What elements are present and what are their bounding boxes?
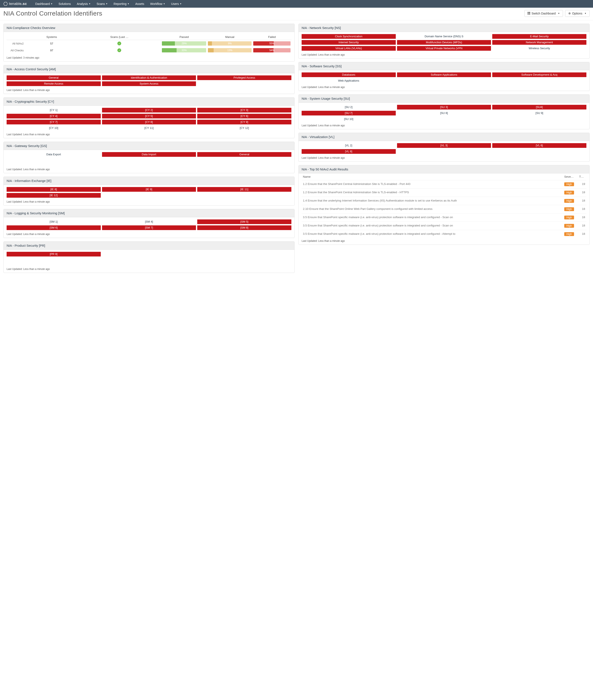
nav-workflow[interactable]: Workflow ▼ <box>147 0 168 8</box>
col-name[interactable]: Name <box>302 173 563 180</box>
pill[interactable]: Privileged Access <box>197 75 291 80</box>
audit-row[interactable]: 1.2 Ensure that the SharePoint Central A… <box>302 180 586 189</box>
pill[interactable]: [CY 5] <box>102 114 196 118</box>
nav-dashboard[interactable]: Dashboard ▼ <box>32 0 55 8</box>
audit-row[interactable]: 2.10 Ensure that the SharePoint Online W… <box>302 205 586 213</box>
pill[interactable]: [CY 10] <box>7 126 101 130</box>
pill[interactable]: [SU 8] <box>397 111 491 115</box>
pill[interactable]: [CY 3] <box>197 108 291 113</box>
pill[interactable]: [PR 9] <box>7 252 101 257</box>
pill[interactable]: [VL 2] <box>302 143 396 148</box>
pill[interactable]: Databases <box>302 72 396 77</box>
pill[interactable]: [CY 7] <box>7 120 101 124</box>
pill[interactable]: [CY 4] <box>7 114 101 118</box>
col-tot[interactable]: T… <box>578 173 586 180</box>
nav-reporting[interactable]: Reporting ▼ <box>111 0 132 8</box>
pill[interactable]: [CY 12] <box>197 126 291 130</box>
pill[interactable]: Remote Access <box>7 81 101 86</box>
pill[interactable]: Data Export <box>7 152 101 157</box>
caret-down-icon: ▼ <box>585 12 586 14</box>
pill[interactable]: [SM 7] <box>102 225 196 230</box>
pill[interactable]: [SM 6] <box>7 225 101 230</box>
severity-badge: High <box>564 216 574 220</box>
pill[interactable]: [SU 9] <box>492 111 586 115</box>
audit-row[interactable]: 1.4 Ensure that the underlying Internet … <box>302 197 586 205</box>
pill[interactable]: [SU4] <box>492 105 586 110</box>
column-right: NIA - Network Security [NS]Clock Synchro… <box>299 24 590 245</box>
pill[interactable]: Virtual Private Networks (VPN <box>397 46 491 51</box>
panel: NIA - Access Control Security [AM]Genera… <box>3 65 294 94</box>
panel-title: NIA - Access Control Security [AM] <box>4 65 294 73</box>
panel-title: NIA - System Usage Security [SU] <box>299 94 589 103</box>
audit-row[interactable]: 3.5 Ensure that SharePoint specific malw… <box>302 222 586 230</box>
pill[interactable]: E-Mail Security <box>492 34 586 39</box>
pill[interactable]: [SM 5] <box>197 220 291 224</box>
switch-dashboard-button[interactable]: Switch Dashboard ▼ <box>524 10 563 17</box>
nav-solutions[interactable]: Solutions <box>55 0 74 8</box>
pill[interactable]: Virtual LANs (VLANs) <box>302 46 396 51</box>
pill[interactable]: [CY 1] <box>7 108 101 113</box>
pill[interactable]: [SU 7] <box>302 111 396 115</box>
pill[interactable]: Software Development & Acq <box>492 72 586 77</box>
pill[interactable]: [SM 8] <box>197 225 291 230</box>
audit-scroll[interactable]: NameSeve…T…1.2 Ensure that the SharePoin… <box>299 173 589 238</box>
nav-analysis[interactable]: Analysis ▼ <box>74 0 93 8</box>
pill[interactable]: Wireless Security <box>492 46 586 51</box>
pill[interactable]: Multifunction Devices (MFDs) <box>397 40 491 45</box>
pill[interactable]: [CY 8] <box>102 120 196 124</box>
failed-bar: 54% <box>253 48 290 52</box>
caret-down-icon: ▼ <box>163 3 165 5</box>
pill[interactable]: [IE 12] <box>7 193 101 198</box>
col-sev[interactable]: Seve… <box>563 173 578 180</box>
pill[interactable]: [CY 11] <box>102 126 196 130</box>
audit-row[interactable]: 3.5 Ensure that SharePoint specific malw… <box>302 230 586 238</box>
pill[interactable]: General <box>7 75 101 80</box>
panel-updated: Last Updated: Less than a minute ago <box>4 166 294 173</box>
pill[interactable]: Web Applications <box>302 78 396 83</box>
panel-updated: Last Updated: Less than a minute ago <box>4 87 294 94</box>
pill[interactable]: System Access <box>102 81 196 86</box>
pill[interactable]: [IE 8] <box>7 187 101 192</box>
col-header: Systems <box>26 34 78 40</box>
nav-users[interactable]: Users ▼ <box>168 0 185 8</box>
audit-name: 1.2 Ensure that the SharePoint Central A… <box>302 180 563 189</box>
brand-logo[interactable]: tenable.sc <box>3 2 27 6</box>
table-row[interactable]: All Checks97✓33%13%54% <box>7 47 291 54</box>
pill[interactable]: [VL 8] <box>302 149 396 154</box>
panel-updated: Last Updated: 3 minutes ago <box>4 55 294 61</box>
severity-badge: High <box>564 199 574 203</box>
pill[interactable]: [IE 11] <box>197 187 291 192</box>
options-button[interactable]: ✲ Options ▼ <box>565 10 590 17</box>
pill[interactable]: [SU 3] <box>397 105 491 110</box>
pill[interactable]: Internet Security <box>302 40 396 45</box>
panel-updated: Last Updated: Less than a minute ago <box>4 199 294 205</box>
pill[interactable]: [VL 3] <box>397 143 491 148</box>
pill[interactable]: [CY 6] <box>197 114 291 118</box>
nav-assets[interactable]: Assets <box>132 0 147 8</box>
pill[interactable]: [SM 4] <box>102 220 196 224</box>
pill[interactable]: Data Import <box>102 152 196 157</box>
nav-scans[interactable]: Scans ▼ <box>94 0 111 8</box>
table-row[interactable]: All NIAv257✓29%9%55% <box>7 40 291 47</box>
severity-badge: High <box>564 182 574 186</box>
pill[interactable]: [SM 1] <box>7 220 101 224</box>
pill[interactable]: General <box>197 152 291 157</box>
audit-total: 18 <box>578 222 586 230</box>
audit-row[interactable]: 3.5 Ensure that SharePoint specific malw… <box>302 213 586 222</box>
pill[interactable]: Software Applications <box>397 72 491 77</box>
row-label: All Checks <box>7 47 26 54</box>
pill[interactable]: [CY 9] <box>197 120 291 124</box>
pill[interactable]: [IE 9] <box>102 187 196 192</box>
pill[interactable]: Identification & Authentication <box>102 75 196 80</box>
audit-row[interactable]: 1.2 Ensure that the SharePoint Central A… <box>302 189 586 197</box>
panel-title: NIA - Software Security [SS] <box>299 62 589 70</box>
pill[interactable]: Clock Synchronization <box>302 34 396 39</box>
pill[interactable]: Network Management <box>492 40 586 45</box>
pill[interactable]: [SU 2] <box>302 105 396 110</box>
pill[interactable]: Domain Name Service (DNS) S <box>397 34 491 39</box>
audit-total: 18 <box>578 230 586 238</box>
pill[interactable]: [SU 10] <box>302 117 396 121</box>
pill[interactable]: [VL 6] <box>492 143 586 148</box>
pill[interactable]: [CY 2] <box>102 108 196 113</box>
audit-total: 18 <box>578 189 586 197</box>
